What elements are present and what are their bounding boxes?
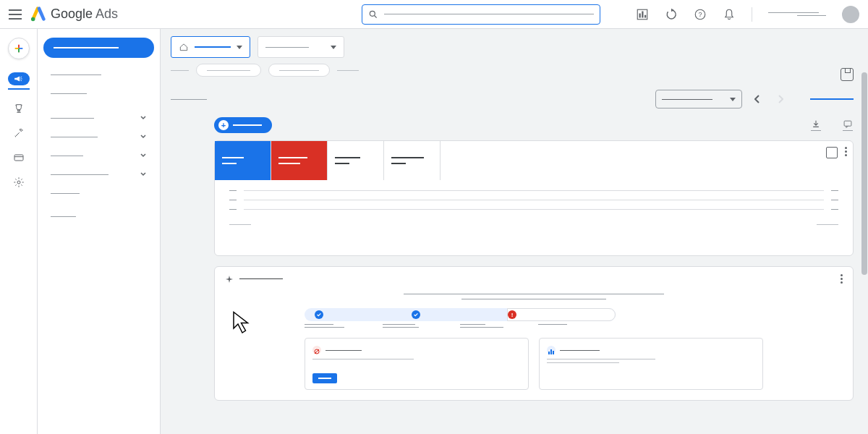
- recommendation-tile[interactable]: [539, 338, 763, 390]
- chevron-down-icon: [140, 114, 147, 122]
- help-icon[interactable]: ?: [694, 8, 707, 21]
- check-icon: [315, 310, 323, 319]
- sparkle-icon: [225, 275, 234, 284]
- more-icon[interactable]: [845, 147, 847, 158]
- sidebar-item-settings[interactable]: [43, 184, 154, 203]
- breadcrumb: [171, 64, 854, 77]
- account-info[interactable]: [768, 12, 826, 16]
- search-input[interactable]: [362, 4, 600, 25]
- tools-icon: [13, 127, 25, 139]
- svg-point-1: [370, 11, 375, 16]
- app-header: Google Ads ?: [0, 0, 868, 29]
- scrollbar[interactable]: [861, 29, 867, 433]
- check-icon: [412, 310, 420, 319]
- svg-rect-16: [844, 121, 851, 126]
- error-icon: !: [508, 310, 516, 319]
- menu-icon[interactable]: [9, 9, 22, 20]
- sidebar-item-adgroups[interactable]: [43, 127, 154, 146]
- feedback-icon[interactable]: [842, 119, 854, 131]
- metric-tab-ctr[interactable]: [328, 141, 384, 180]
- more-icon[interactable]: [841, 274, 843, 284]
- recommendation-tile[interactable]: [305, 338, 529, 390]
- sidebar-item-audiences[interactable]: [43, 165, 154, 184]
- main-content: +: [161, 29, 868, 434]
- warning-icon: [312, 346, 321, 354]
- rail-goals[interactable]: [0, 103, 38, 114]
- plus-icon: [13, 43, 25, 54]
- card-icon: [13, 152, 25, 163]
- download-icon[interactable]: [810, 119, 822, 131]
- chevron-down-icon: [140, 152, 147, 159]
- nav-rail: [0, 29, 38, 434]
- sidebar-item-campaigns[interactable]: [43, 109, 154, 127]
- chevron-down-icon: [140, 171, 147, 178]
- sidebar-item-recommendations[interactable]: [43, 65, 154, 84]
- google-ads-logo-icon: [30, 7, 46, 22]
- rail-billing[interactable]: [0, 152, 38, 163]
- metric-tab-impressions[interactable]: [271, 141, 328, 180]
- metric-tab-cpc[interactable]: [384, 141, 441, 180]
- chart-icon: [547, 346, 556, 354]
- progress-bar: !: [305, 308, 616, 321]
- rail-settings[interactable]: [0, 176, 38, 188]
- recommendations-card: !: [214, 266, 854, 401]
- svg-rect-21: [553, 351, 554, 354]
- create-button[interactable]: [8, 38, 30, 59]
- svg-line-2: [375, 15, 377, 17]
- gear-icon: [13, 176, 25, 188]
- sidebar-primary[interactable]: [43, 38, 154, 58]
- svg-rect-6: [644, 14, 646, 17]
- svg-point-15: [17, 181, 20, 184]
- compare-link[interactable]: [810, 98, 854, 100]
- chart-type-icon[interactable]: [826, 147, 838, 158]
- sidebar-item-more[interactable]: [43, 207, 154, 226]
- chart-area: [215, 180, 853, 224]
- caret-down-icon: [237, 46, 242, 49]
- sidebar-item-insights[interactable]: [43, 84, 154, 103]
- svg-rect-13: [14, 155, 23, 161]
- date-range-selector[interactable]: [655, 90, 742, 109]
- rail-campaigns[interactable]: [0, 72, 38, 90]
- chevron-down-icon: [140, 133, 147, 140]
- date-next-button[interactable]: [773, 91, 788, 107]
- scorecard: [214, 140, 854, 256]
- date-prev-button[interactable]: [749, 91, 765, 107]
- logo-text: Google Ads: [51, 7, 118, 22]
- svg-point-0: [31, 17, 35, 20]
- reports-icon[interactable]: [636, 8, 649, 21]
- svg-rect-20: [550, 349, 552, 354]
- svg-rect-5: [642, 11, 643, 17]
- notifications-icon[interactable]: [723, 8, 736, 21]
- logo[interactable]: Google Ads: [30, 7, 118, 22]
- card-title: [239, 278, 283, 279]
- sidebar-item-ads[interactable]: [43, 146, 154, 165]
- new-campaign-button[interactable]: +: [214, 117, 272, 133]
- filter-chip[interactable]: [268, 64, 330, 77]
- sidebar: [38, 29, 161, 434]
- filter-chip[interactable]: [196, 64, 261, 77]
- house-icon: [179, 42, 189, 52]
- metric-tab-clicks[interactable]: [215, 141, 271, 180]
- save-icon[interactable]: [841, 68, 854, 81]
- trophy-icon: [13, 103, 25, 114]
- megaphone-icon: [14, 75, 24, 82]
- search-icon: [368, 9, 378, 20]
- scroll-thumb[interactable]: [861, 72, 867, 275]
- plus-icon: +: [218, 120, 229, 130]
- caret-down-icon: [331, 46, 336, 49]
- scope-selector[interactable]: [258, 36, 344, 58]
- svg-rect-19: [548, 352, 550, 354]
- page-title: [171, 99, 207, 100]
- view-button[interactable]: [312, 373, 337, 383]
- cursor-icon: [229, 309, 255, 335]
- svg-rect-4: [639, 13, 641, 17]
- refresh-icon[interactable]: [665, 8, 678, 21]
- svg-text:?: ?: [698, 11, 702, 18]
- caret-down-icon: [730, 98, 736, 101]
- rail-tools[interactable]: [0, 127, 38, 139]
- avatar[interactable]: [842, 6, 859, 23]
- account-selector[interactable]: [171, 36, 250, 58]
